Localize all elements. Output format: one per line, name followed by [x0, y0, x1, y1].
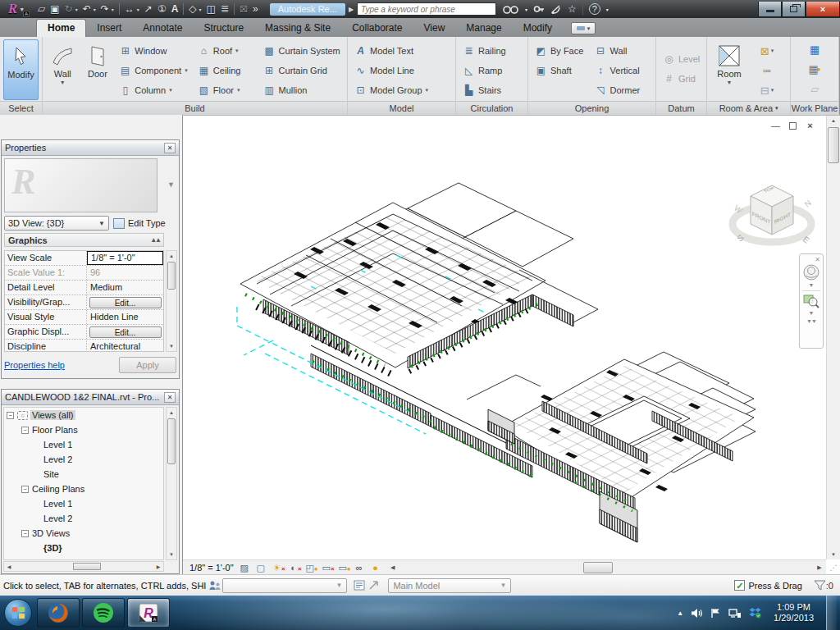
- wall-opening-button[interactable]: ⊟Wall: [591, 41, 652, 61]
- taskbar-clock[interactable]: 1:09 PM 1/29/2013: [769, 602, 819, 623]
- project-browser-title-bar[interactable]: CANDLEWOOD 1&2 FINAL.rvt - Pro... ✕: [2, 390, 179, 405]
- scroll-down-arrow[interactable]: ▼: [167, 341, 176, 351]
- navbar-close-icon[interactable]: ✕: [815, 256, 820, 263]
- sync-icon[interactable]: ↻: [65, 3, 73, 15]
- tab-manage[interactable]: Manage: [455, 20, 512, 37]
- property-row[interactable]: Detail Level Medium: [5, 281, 163, 295]
- aligned-dimension-icon[interactable]: ↗: [144, 3, 153, 15]
- help-icon[interactable]: ?: [589, 3, 600, 15]
- dropbox-icon[interactable]: [749, 607, 761, 619]
- model-group-button[interactable]: ⊡Model Group▾: [351, 80, 452, 100]
- text-icon[interactable]: A: [171, 3, 179, 15]
- tag-icon[interactable]: ①: [158, 3, 167, 15]
- properties-scrollbar[interactable]: ▲ ▼: [166, 250, 177, 352]
- floor-button[interactable]: ▧Floor▾: [194, 80, 258, 100]
- set-work-plane-button[interactable]: ▦: [807, 39, 822, 59]
- mullion-button[interactable]: ▥Mullion: [260, 80, 344, 100]
- graphic-display-edit-button[interactable]: Edit...: [89, 326, 162, 338]
- ramp-button[interactable]: ◺Ramp: [459, 61, 524, 80]
- visual-style-icon[interactable]: ▢: [255, 562, 267, 573]
- tree-item-floor-plans[interactable]: −Floor Plans: [4, 422, 163, 437]
- favorites-star-icon[interactable]: ☆: [568, 3, 577, 15]
- viewcube[interactable]: S E W N TOP FRONT RIGHT: [727, 173, 817, 259]
- show-crop-icon[interactable]: ▭×: [321, 562, 332, 573]
- property-row[interactable]: Discipline Architectural: [5, 340, 163, 352]
- wall-button[interactable]: Wall ▼: [46, 39, 80, 100]
- tree-item-ceiling-level-1[interactable]: Level 1: [4, 496, 163, 511]
- open-icon[interactable]: ▱: [38, 3, 45, 15]
- curtain-system-button[interactable]: ▩Curtain System: [260, 41, 344, 61]
- section-icon[interactable]: ◫: [207, 3, 216, 15]
- close-hidden-windows-icon[interactable]: ⊠: [240, 3, 248, 15]
- scroll-up-arrow[interactable]: ▲: [827, 116, 840, 126]
- property-row[interactable]: View Scale 1/8" = 1'-0": [5, 251, 163, 266]
- scroll-right-arrow[interactable]: ▶: [815, 561, 824, 574]
- search-binoculars-icon[interactable]: [503, 4, 519, 15]
- default-3d-view-icon[interactable]: ◇: [189, 3, 196, 15]
- restore-button[interactable]: [782, 2, 806, 17]
- reveal-hidden-icon[interactable]: ●: [370, 562, 381, 573]
- level-button[interactable]: ◎Level: [660, 49, 703, 69]
- visibility-edit-button[interactable]: Edit...: [89, 297, 162, 308]
- scroll-up-arrow[interactable]: ▲: [167, 408, 176, 418]
- view-scale-value[interactable]: 1/8" = 1'-0": [87, 251, 163, 265]
- show-work-plane-button[interactable]: ▦●: [806, 59, 824, 79]
- view-scale-button[interactable]: 1/8" = 1'-0": [189, 563, 234, 573]
- tab-collaborate[interactable]: Collaborate: [341, 20, 413, 37]
- scroll-up-arrow[interactable]: ▲: [167, 251, 176, 261]
- project-browser-hscrollbar[interactable]: ◀ ▶: [3, 561, 164, 572]
- scrollbar-thumb[interactable]: [167, 418, 176, 464]
- minimize-button[interactable]: [758, 2, 782, 17]
- tab-structure[interactable]: Structure: [193, 20, 254, 37]
- tree-item-3d[interactable]: {3D}: [4, 541, 163, 555]
- scroll-left-arrow[interactable]: ◀: [4, 562, 14, 571]
- dormer-button[interactable]: ◹Dormer: [591, 80, 652, 100]
- scroll-down-arrow[interactable]: ▼: [167, 550, 176, 559]
- tab-annotate[interactable]: Annotate: [132, 20, 193, 37]
- tab-massing-site[interactable]: Massing & Site: [254, 20, 341, 37]
- communication-center-icon[interactable]: [550, 4, 562, 15]
- close-button[interactable]: ×: [806, 2, 840, 17]
- resize-grip[interactable]: ⋰: [828, 562, 839, 573]
- measure-icon[interactable]: ↔: [125, 3, 135, 15]
- tab-modify[interactable]: Modify: [513, 20, 563, 37]
- infocenter-search-input[interactable]: [357, 2, 496, 16]
- apply-button[interactable]: Apply: [119, 357, 176, 373]
- legend-component-button[interactable]: ≔: [750, 61, 784, 80]
- properties-title-bar[interactable]: Properties ✕: [2, 140, 179, 156]
- ribbon-state-toggle-button[interactable]: ▾: [571, 22, 596, 34]
- properties-help-link[interactable]: Properties help: [4, 360, 65, 370]
- close-icon[interactable]: ✕: [164, 392, 176, 403]
- work-plane-viewer-button[interactable]: ▱: [808, 79, 821, 98]
- tree-item-3d-views[interactable]: −3D Views: [4, 526, 163, 541]
- edit-type-button[interactable]: Edit Type: [113, 218, 166, 229]
- redo-icon[interactable]: ↷: [101, 3, 109, 15]
- detail-level-icon[interactable]: ▨: [239, 562, 250, 573]
- drawing-area[interactable]: — ×: [182, 115, 840, 574]
- save-icon[interactable]: ▣: [50, 3, 59, 15]
- start-button[interactable]: [4, 599, 32, 627]
- design-option-dropdown[interactable]: Main Model▼: [388, 578, 511, 593]
- door-button[interactable]: Door: [81, 39, 115, 100]
- undo-icon[interactable]: ↶: [83, 3, 91, 15]
- type-selector-dropdown[interactable]: 3D View: {3D}▼: [4, 216, 109, 231]
- scroll-left-arrow[interactable]: ◀: [388, 561, 398, 574]
- canvas-vertical-scrollbar[interactable]: ▲ ▼: [826, 116, 840, 559]
- title-expand-icon[interactable]: ▶: [349, 6, 354, 13]
- collapse-toggle[interactable]: −: [21, 427, 29, 434]
- zoom-icon[interactable]: [803, 293, 819, 309]
- tree-item-site[interactable]: Site: [4, 467, 163, 482]
- vertical-opening-button[interactable]: ↕Vertical: [591, 61, 652, 80]
- canvas-horizontal-scrollbar[interactable]: ◀ ▶: [388, 561, 824, 574]
- ceiling-button[interactable]: ▦Ceiling: [194, 61, 258, 80]
- tree-item-level-2[interactable]: Level 2: [4, 452, 163, 467]
- collapse-toggle[interactable]: −: [7, 412, 14, 419]
- grid-button[interactable]: #Grid: [660, 69, 703, 89]
- chevron-down-icon[interactable]: ▼: [167, 180, 175, 189]
- navbar-more-icon[interactable]: ▼▼: [806, 318, 816, 324]
- application-menu-button[interactable]: R ▼ A: [0, 0, 33, 18]
- tree-item-views-all[interactable]: −○Views (all): [4, 408, 163, 422]
- graphics-section-header[interactable]: Graphics ▲▲: [4, 233, 164, 247]
- chevron-down-icon[interactable]: ▼: [809, 282, 815, 288]
- network-icon[interactable]: [728, 608, 742, 619]
